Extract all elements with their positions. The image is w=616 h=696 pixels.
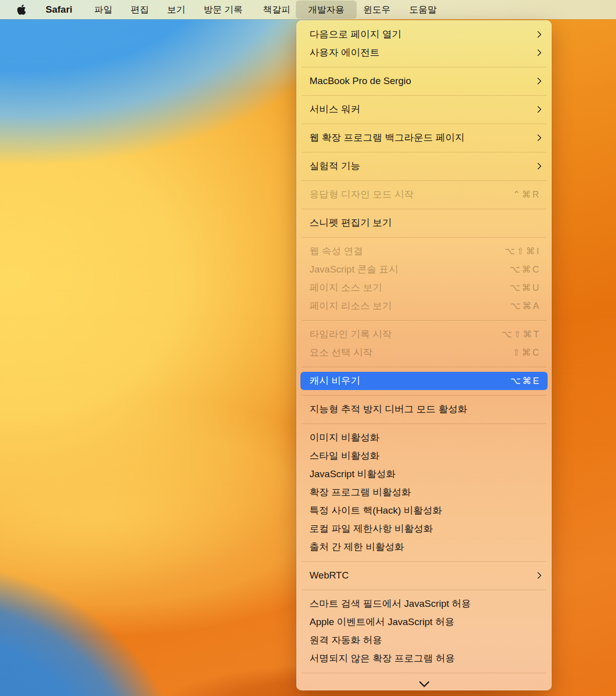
menu-item-shortcut: ⌥⌘E [510, 375, 541, 386]
menu-item-open-page-with[interactable]: 다음으로 페이지 열기 [296, 25, 552, 44]
menu-item-shortcut: ⌥⌘C [510, 264, 541, 275]
menu-item-label: JavaScript 콘솔 표시 [310, 263, 398, 276]
menu-item-user-agent[interactable]: 사용자 에이전트 [296, 44, 552, 62]
menu-item-label: 출처 간 제한 비활성화 [310, 540, 404, 554]
menu-item-label: 스타일 비활성화 [310, 449, 379, 462]
menu-item-web-extension-background-pages[interactable]: 웹 확장 프로그램 백그라운드 페이지 [296, 129, 552, 147]
menu-separator [302, 152, 546, 152]
menu-item-show-javascript-console: JavaScript 콘솔 표시⌥⌘C [296, 260, 552, 279]
menu-scroll-more[interactable] [296, 678, 552, 690]
menubar-item-view[interactable]: 보기 [167, 4, 185, 16]
menu-item-allow-unsigned-extensions[interactable]: 서명되지 않은 확장 프로그램 허용 [296, 649, 552, 668]
menu-separator [302, 395, 546, 396]
menu-item-label: 페이지 리소스 보기 [310, 299, 392, 313]
menu-item-label: 서명되지 않은 확장 프로그램 허용 [310, 652, 455, 665]
menu-separator [302, 180, 546, 181]
chevron-down-icon [418, 677, 429, 687]
menu-item-label: 로컬 파일 제한사항 비활성화 [310, 522, 433, 535]
menu-item-label: WebRTC [310, 570, 349, 581]
menu-item-label: 이미지 비활성화 [310, 431, 379, 444]
menu-separator [302, 673, 546, 673]
menu-item-label: 특정 사이트 핵(Hack) 비활성화 [310, 504, 442, 517]
menu-item-enter-responsive-design-mode: 응답형 디자인 모드 시작⌃⌘R [296, 185, 552, 204]
menu-bar: Safari파일편집보기방문 기록책갈피개발자용윈도우도움말 [0, 0, 616, 19]
menu-item-disable-extensions[interactable]: 확장 프로그램 비활성화 [296, 483, 552, 501]
chevron-right-icon [534, 78, 542, 85]
menu-item-label: 확장 프로그램 비활성화 [310, 486, 411, 499]
menu-item-experimental-features[interactable]: 실험적 기능 [296, 157, 552, 175]
menu-item-show-page-resources: 페이지 리소스 보기⌥⌘A [296, 297, 552, 315]
developer-menu: 다음으로 페이지 열기사용자 에이전트MacBook Pro de Sergio… [296, 20, 552, 690]
menu-item-show-snippet-editor[interactable]: 스니펫 편집기 보기 [296, 214, 552, 232]
apple-icon [17, 4, 26, 16]
menu-item-start-element-selection: 요소 선택 시작⇧⌘C [296, 343, 552, 362]
menu-item-allow-js-from-apple-events[interactable]: Apple 이벤트에서 JavaScript 허용 [296, 613, 552, 631]
menu-item-disable-cross-origin-restrictions[interactable]: 출처 간 제한 비활성화 [296, 538, 552, 556]
chevron-right-icon [534, 49, 542, 56]
menu-item-label: 캐시 비우기 [310, 374, 360, 388]
menu-item-shortcut: ⌥⌘A [510, 300, 541, 312]
menu-item-shortcut: ⌃⌘R [513, 189, 541, 200]
menu-item-shortcut: ⌥⇧⌘I [505, 246, 541, 257]
chevron-right-icon [534, 31, 542, 38]
menu-item-shortcut: ⌥⌘U [510, 282, 541, 293]
menubar-item-edit[interactable]: 편집 [131, 4, 149, 16]
menu-item-label: 사용자 에이전트 [310, 46, 379, 59]
menu-item-shortcut: ⌥⇧⌘T [502, 329, 541, 340]
menu-item-label: 원격 자동화 허용 [310, 634, 382, 647]
chevron-right-icon [534, 134, 542, 141]
menu-item-show-page-source: 페이지 소스 보기⌥⌘U [296, 279, 552, 297]
menu-item-service-workers[interactable]: 서비스 워커 [296, 100, 552, 119]
menu-item-disable-site-hacks[interactable]: 특정 사이트 핵(Hack) 비활성화 [296, 501, 552, 520]
menu-item-label: 타임라인 기록 시작 [310, 328, 392, 341]
menu-item-label: 웹 확장 프로그램 백그라운드 페이지 [310, 131, 465, 144]
chevron-right-icon [534, 163, 542, 170]
menu-separator [302, 67, 546, 67]
menubar-item-file[interactable]: 파일 [94, 4, 112, 16]
menu-separator [302, 124, 546, 124]
menu-item-webrtc[interactable]: WebRTC [296, 566, 552, 585]
menu-separator [302, 95, 546, 96]
menu-item-macbook-pro-de-sergio[interactable]: MacBook Pro de Sergio [296, 72, 552, 90]
menu-item-label: 실험적 기능 [310, 160, 360, 173]
menu-separator [302, 367, 546, 367]
menu-item-label: 웹 속성 연결 [310, 245, 363, 258]
menu-item-start-timeline-recording: 타임라인 기록 시작⌥⇧⌘T [296, 325, 552, 343]
menu-separator [302, 561, 546, 562]
menu-item-label: 요소 선택 시작 [310, 346, 373, 359]
apple-menu[interactable] [17, 4, 26, 16]
menu-separator [302, 590, 546, 590]
menu-item-label: 스마트 검색 필드에서 JavaScript 허용 [310, 597, 471, 610]
menu-item-allow-js-from-smart-search-field[interactable]: 스마트 검색 필드에서 JavaScript 허용 [296, 595, 552, 613]
menubar-item-bookmarks[interactable]: 책갈피 [263, 4, 290, 16]
menu-item-label: 서비스 워커 [310, 103, 360, 116]
menubar-item-develop[interactable]: 개발자용 [296, 1, 357, 19]
menu-item-label: 지능형 추적 방지 디버그 모드 활성화 [310, 403, 467, 416]
menu-separator [302, 209, 546, 209]
menu-item-disable-styles[interactable]: 스타일 비활성화 [296, 447, 552, 465]
menubar-item-window[interactable]: 윈도우 [363, 4, 391, 16]
menu-item-disable-local-file-restrictions[interactable]: 로컬 파일 제한사항 비활성화 [296, 520, 552, 538]
menu-item-label: Apple 이벤트에서 JavaScript 허용 [310, 615, 454, 629]
menu-item-connect-web-inspector: 웹 속성 연결⌥⇧⌘I [296, 242, 552, 260]
menu-item-empty-caches[interactable]: 캐시 비우기⌥⌘E [300, 372, 548, 390]
menu-item-disable-images[interactable]: 이미지 비활성화 [296, 429, 552, 447]
menu-item-itp-debug-mode[interactable]: 지능형 추적 방지 디버그 모드 활성화 [296, 400, 552, 418]
menu-item-label: 다음으로 페이지 열기 [310, 28, 402, 41]
menu-item-label: 페이지 소스 보기 [310, 281, 382, 294]
menu-separator [302, 237, 546, 238]
menu-item-disable-javascript[interactable]: JavaScript 비활성화 [296, 465, 552, 483]
menu-item-label: 응답형 디자인 모드 시작 [310, 188, 414, 201]
menubar-item-help[interactable]: 도움말 [409, 4, 437, 16]
menu-separator [302, 320, 546, 321]
menu-item-label: MacBook Pro de Sergio [310, 75, 411, 87]
menubar-item-safari[interactable]: Safari [46, 4, 72, 15]
menu-item-label: 스니펫 편집기 보기 [310, 216, 392, 229]
developer-menu-items: 다음으로 페이지 열기사용자 에이전트MacBook Pro de Sergio… [296, 25, 552, 678]
menu-item-allow-remote-automation[interactable]: 원격 자동화 허용 [296, 631, 552, 649]
menu-item-label: JavaScript 비활성화 [310, 468, 396, 481]
menubar-item-history[interactable]: 방문 기록 [204, 4, 243, 16]
chevron-right-icon [534, 106, 542, 113]
menu-item-shortcut: ⇧⌘C [513, 347, 541, 358]
menu-separator [302, 423, 546, 424]
